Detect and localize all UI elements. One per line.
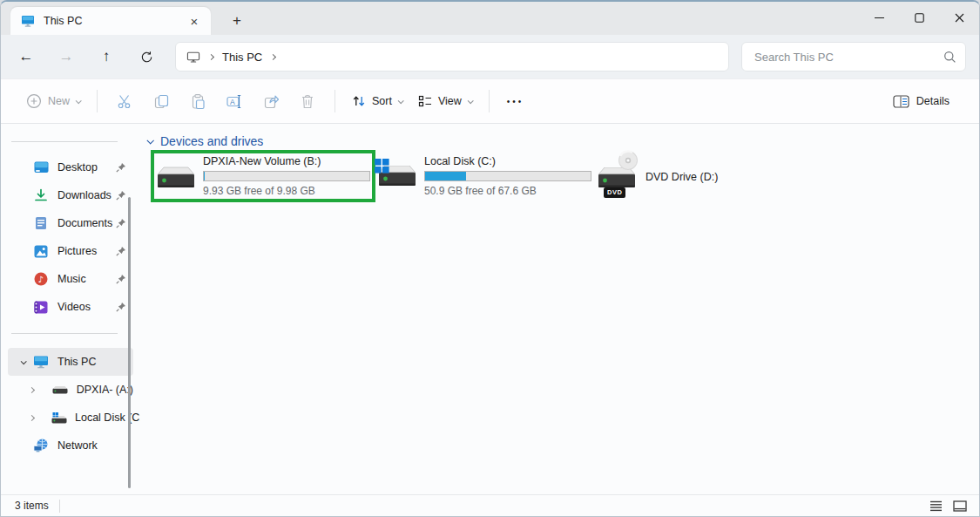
cut-button[interactable] (106, 85, 143, 117)
monitor-icon (32, 355, 50, 369)
pin-icon (116, 246, 126, 256)
paste-button[interactable] (179, 85, 216, 117)
downloads-icon (32, 188, 50, 202)
breadcrumb-this-pc[interactable]: This PC (222, 51, 262, 64)
group-header-devices-and-drives[interactable]: Devices and drives (147, 134, 263, 148)
pin-icon (116, 190, 126, 201)
command-bar: New A Sort (1, 78, 979, 124)
drive-free-space: 50.9 GB free of 67.6 GB (424, 185, 591, 197)
up-button[interactable]: ↑ (86, 41, 126, 72)
status-divider (59, 500, 60, 513)
pin-icon (116, 274, 126, 284)
minimize-button[interactable] (859, 2, 899, 33)
pictures-icon (32, 245, 50, 258)
delete-button[interactable] (289, 85, 326, 117)
chevron-down-icon[interactable] (15, 348, 30, 376)
search-input[interactable] (754, 51, 943, 64)
sidebar-item-local-disk-c[interactable]: Local Disk (C:) (8, 404, 133, 432)
breadcrumb-chevron-icon[interactable] (270, 53, 276, 59)
sort-button[interactable]: Sort (344, 85, 410, 117)
pin-icon (116, 302, 126, 312)
toolbar-divider (489, 90, 490, 112)
capacity-bar (424, 171, 591, 181)
back-button[interactable]: ← (6, 41, 46, 72)
network-icon (32, 439, 50, 452)
drive-tile-b[interactable]: DPXIA-New Volume (B:) 9.93 GB free of 9.… (156, 155, 370, 197)
chevron-down-icon (146, 137, 153, 144)
sidebar-item-music[interactable]: ♪ Music (8, 265, 133, 293)
chevron-right-icon[interactable] (24, 376, 39, 404)
forward-button[interactable]: → (46, 41, 86, 72)
details-view-toggle[interactable] (925, 497, 946, 514)
svg-text:♪: ♪ (38, 275, 44, 284)
sidebar-item-downloads[interactable]: Downloads (8, 181, 133, 209)
navigation-bar: ← → ↑ This PC (1, 35, 979, 78)
sidebar-item-desktop[interactable]: Desktop (8, 153, 133, 181)
chevron-down-icon (398, 98, 404, 104)
desktop-icon (32, 161, 50, 174)
capacity-bar (203, 171, 370, 181)
share-button[interactable] (253, 85, 289, 117)
refresh-button[interactable] (126, 41, 166, 72)
items-view: Devices and drives DPXIA-New Volume (B:)… (140, 124, 979, 494)
dvd-badge: DVD (604, 187, 625, 198)
documents-icon (32, 216, 50, 230)
hdd-windows-icon (51, 412, 67, 424)
sidebar-item-network[interactable]: Network (8, 432, 133, 459)
details-pane-icon (893, 95, 909, 108)
svg-text:A: A (230, 97, 235, 105)
view-icon (418, 94, 432, 108)
videos-icon (32, 301, 50, 314)
drive-tile-d[interactable]: DVD DVD Drive (D:) (597, 155, 718, 199)
file-explorer-window: This PC × + ← → ↑ This PC (0, 0, 980, 517)
copy-button[interactable] (143, 85, 179, 117)
search-box[interactable] (741, 42, 966, 71)
view-button[interactable]: View (410, 85, 480, 117)
breadcrumb-chevron-icon (208, 53, 214, 59)
highlight-rectangle: DPXIA-New Volume (B:) 9.93 GB free of 9.… (151, 150, 375, 202)
details-pane-button[interactable]: Details (884, 85, 958, 117)
this-pc-icon (186, 51, 200, 64)
pin-icon (116, 162, 126, 173)
search-icon[interactable] (943, 51, 956, 64)
navigation-pane: Desktop Downloads Documents Pictures (1, 124, 140, 494)
sidebar-item-dpxia-a[interactable]: DPXIA- (A:) (8, 376, 133, 404)
monitor-icon (21, 14, 35, 28)
tab-close-icon[interactable]: × (185, 11, 204, 31)
new-tab-button[interactable]: + (226, 10, 248, 31)
item-count: 3 items (15, 500, 49, 512)
sidebar-scrollbar[interactable] (128, 197, 131, 488)
hdd-drive-icon (156, 162, 196, 194)
sidebar-item-this-pc[interactable]: This PC (8, 348, 133, 376)
hdd-windows-drive-icon (377, 166, 417, 193)
sidebar-item-pictures[interactable]: Pictures (8, 237, 133, 265)
rename-button[interactable]: A (216, 85, 253, 117)
chevron-down-icon (76, 98, 82, 104)
drive-name: Local Disk (C:) (424, 155, 591, 167)
toolbar-divider (335, 90, 335, 112)
address-bar[interactable]: This PC (175, 42, 729, 71)
tab-title: This PC (44, 15, 185, 27)
drive-name: DPXIA-New Volume (B:) (203, 155, 370, 167)
window-controls (859, 2, 979, 35)
sidebar-item-videos[interactable]: Videos (8, 293, 133, 321)
sort-icon (352, 94, 366, 108)
toolbar-divider (97, 90, 98, 112)
music-icon: ♪ (32, 272, 50, 286)
hdd-icon (51, 385, 69, 394)
chevron-right-icon[interactable] (24, 404, 39, 432)
windows-logo-icon (375, 159, 389, 176)
status-bar: 3 items (1, 494, 979, 516)
new-button[interactable]: New (18, 85, 88, 117)
tab-this-pc[interactable]: This PC × (10, 7, 211, 35)
see-more-button[interactable]: ••• (498, 97, 533, 106)
drive-tile-c[interactable]: Local Disk (C:) 50.9 GB free of 67.6 GB (377, 155, 591, 197)
large-icons-view-toggle[interactable] (950, 497, 970, 514)
drive-free-space: 9.93 GB free of 9.98 GB (203, 185, 370, 197)
dvd-drive-icon: DVD (597, 160, 637, 194)
drive-name: DVD Drive (D:) (645, 171, 718, 183)
maximize-button[interactable] (899, 2, 939, 33)
disc-icon (618, 150, 639, 173)
close-button[interactable] (939, 2, 979, 33)
sidebar-item-documents[interactable]: Documents (8, 209, 133, 237)
